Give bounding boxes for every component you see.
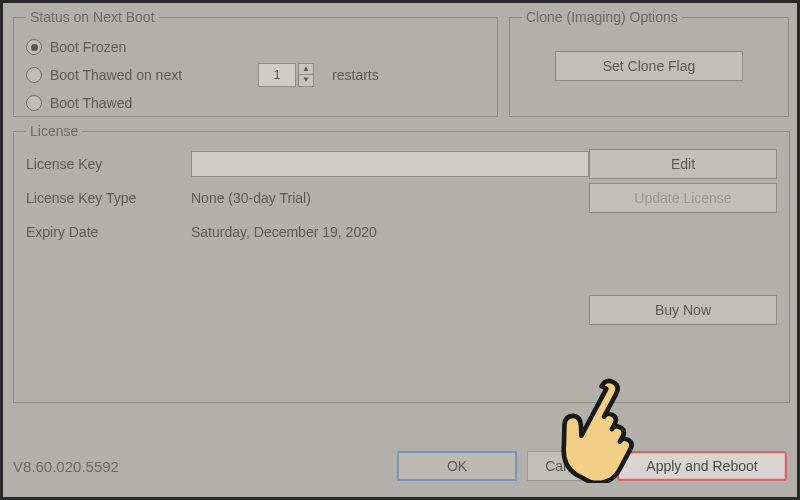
license-key-label: License Key (26, 156, 191, 172)
restarts-spinner[interactable]: 1 ▲ ▼ (258, 63, 314, 87)
status-on-next-boot-group: Status on Next Boot Boot Frozen Boot Tha… (13, 9, 498, 117)
radio-boot-frozen[interactable] (26, 39, 42, 55)
restarts-value[interactable]: 1 (258, 63, 296, 87)
buy-now-button[interactable]: Buy Now (589, 295, 777, 325)
radio-boot-thawed-label: Boot Thawed (50, 95, 132, 111)
update-license-button: Update License (589, 183, 777, 213)
license-type-label: License Key Type (26, 190, 191, 206)
settings-panel: Status on Next Boot Boot Frozen Boot Tha… (3, 3, 797, 497)
version-label: V8.60.020.5592 (13, 458, 119, 475)
expiry-date-label: Expiry Date (26, 224, 191, 240)
radio-boot-thawed-row[interactable]: Boot Thawed (26, 89, 485, 117)
edit-license-button[interactable]: Edit (589, 149, 777, 179)
radio-boot-thawed[interactable] (26, 95, 42, 111)
ok-button[interactable]: OK (397, 451, 517, 481)
cancel-button[interactable]: Cancel (527, 451, 607, 481)
radio-boot-thawed-next[interactable] (26, 67, 42, 83)
license-key-input[interactable] (191, 151, 589, 177)
dialog-footer: V8.60.020.5592 OK Cancel Apply and Reboo… (13, 451, 787, 481)
radio-boot-thawed-next-row[interactable]: Boot Thawed on next 1 ▲ ▼ restarts (26, 61, 485, 89)
set-clone-flag-button[interactable]: Set Clone Flag (555, 51, 743, 81)
restarts-label: restarts (332, 67, 379, 83)
restarts-down-icon[interactable]: ▼ (298, 75, 314, 87)
status-legend: Status on Next Boot (26, 9, 159, 25)
license-legend: License (26, 123, 82, 139)
clone-options-group: Clone (Imaging) Options Set Clone Flag (509, 9, 789, 117)
license-type-value: None (30-day Trial) (191, 190, 311, 206)
restarts-up-icon[interactable]: ▲ (298, 63, 314, 75)
radio-boot-frozen-row[interactable]: Boot Frozen (26, 33, 485, 61)
restarts-stepper[interactable]: ▲ ▼ (298, 63, 314, 87)
radio-boot-thawed-next-label: Boot Thawed on next (50, 67, 182, 83)
license-group: License License Key Edit License Key Typ… (13, 123, 790, 403)
clone-legend: Clone (Imaging) Options (522, 9, 682, 25)
apply-and-reboot-button[interactable]: Apply and Reboot (617, 451, 787, 481)
expiry-date-value: Saturday, December 19, 2020 (191, 224, 377, 240)
radio-boot-frozen-label: Boot Frozen (50, 39, 126, 55)
